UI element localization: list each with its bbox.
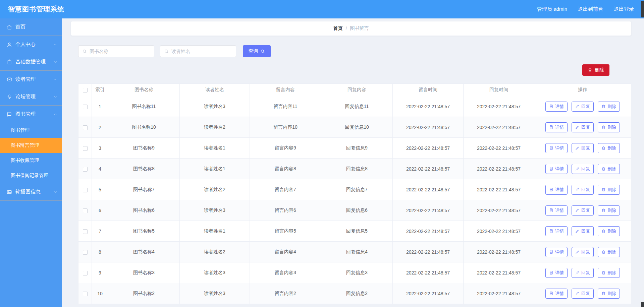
sidebar-item-personal-center[interactable]: 个人中心 xyxy=(0,36,62,53)
row-delete-button[interactable]: 删除 xyxy=(598,164,620,174)
reader-name-input[interactable] xyxy=(171,49,232,54)
detail-button[interactable]: 详情 xyxy=(545,247,568,257)
row-delete-button[interactable]: 删除 xyxy=(598,247,620,257)
sidebar-item-home[interactable]: 首页 xyxy=(0,18,62,36)
table-toolbar: 删除 xyxy=(78,64,631,76)
sidebar-item-forum-management[interactable]: 论坛管理 xyxy=(0,88,62,106)
row-checkbox[interactable] xyxy=(83,208,88,213)
cell-reply-content: 回复信息3 xyxy=(321,262,393,283)
cell-actions: 详情回复删除 xyxy=(534,138,631,159)
table-row: 3图书名称9读者姓名1留言内容9回复信息92022-02-22 21:48:57… xyxy=(78,138,631,159)
sidebar-item-book-management[interactable]: 图书管理 xyxy=(0,106,62,123)
query-button[interactable]: 查询 xyxy=(243,45,271,57)
sidebar-item-carousel-info[interactable]: 轮播图信息 xyxy=(0,183,62,201)
vertical-scrollbar-thumb[interactable] xyxy=(641,1,644,17)
cell-reply-time: 2022-02-22 21:48:57 xyxy=(464,138,534,159)
exit-to-front-link[interactable]: 退出到前台 xyxy=(578,6,603,12)
row-delete-button[interactable]: 删除 xyxy=(598,205,620,216)
row-checkbox[interactable] xyxy=(83,292,88,296)
reply-button[interactable]: 回复 xyxy=(572,164,594,174)
reply-button[interactable]: 回复 xyxy=(572,143,594,153)
trash-icon xyxy=(601,167,606,171)
cell-index: 10 xyxy=(92,283,108,304)
row-delete-button[interactable]: 删除 xyxy=(598,185,620,195)
sidebar-item-basic-data[interactable]: 基础数据管理 xyxy=(0,53,62,71)
detail-button[interactable]: 详情 xyxy=(545,185,568,195)
trash-icon xyxy=(601,270,606,275)
cell-actions: 详情回复删除 xyxy=(534,242,631,262)
cell-message-content: 留言内容4 xyxy=(250,242,321,262)
cell-actions: 详情回复删除 xyxy=(534,283,631,304)
reply-button[interactable]: 回复 xyxy=(572,268,594,278)
cell-message-time: 2022-02-22 21:48:57 xyxy=(393,283,464,304)
clipboard-icon xyxy=(7,59,12,65)
topbar-right: 管理员 admin 退出到前台 退出登录 xyxy=(537,6,634,12)
edit-icon xyxy=(575,250,580,254)
reply-button[interactable]: 回复 xyxy=(572,205,594,216)
chevron-down-icon xyxy=(53,95,57,99)
row-delete-button[interactable]: 删除 xyxy=(598,289,620,299)
cell-reader-name: 读者姓名3 xyxy=(180,96,250,117)
detail-button[interactable]: 详情 xyxy=(545,143,568,153)
edit-icon xyxy=(575,291,580,296)
top-bar: 智慧图书管理系统 管理员 admin 退出到前台 退出登录 xyxy=(0,0,644,18)
row-select-cell xyxy=(78,96,92,117)
reply-button[interactable]: 回复 xyxy=(572,247,594,257)
detail-button[interactable]: 详情 xyxy=(545,226,568,236)
sidebar-subitem-book-message-management[interactable]: 图书留言管理 xyxy=(0,138,62,153)
row-checkbox[interactable] xyxy=(83,146,88,151)
detail-button[interactable]: 详情 xyxy=(545,122,568,132)
bulk-delete-button[interactable]: 删除 xyxy=(582,64,609,76)
cell-message-content: 留言内容10 xyxy=(250,117,321,138)
reply-button[interactable]: 回复 xyxy=(572,185,594,195)
sidebar-subitem-book-borrow-record-management[interactable]: 图书借阅记录管理 xyxy=(0,168,62,183)
cell-actions: 详情回复删除 xyxy=(534,179,631,200)
row-checkbox[interactable] xyxy=(83,271,88,275)
cell-index: 8 xyxy=(92,242,108,262)
cell-reply-content: 回复信息5 xyxy=(321,221,393,242)
logout-link[interactable]: 退出登录 xyxy=(614,6,634,12)
select-all-checkbox[interactable] xyxy=(83,88,88,93)
detail-button[interactable]: 详情 xyxy=(545,268,568,278)
detail-button[interactable]: 详情 xyxy=(545,205,568,216)
col-header-message-content: 留言内容 xyxy=(250,84,321,96)
detail-button[interactable]: 详情 xyxy=(545,289,568,299)
reply-button[interactable]: 回复 xyxy=(572,102,594,112)
sidebar-item-reader-management[interactable]: 读者管理 xyxy=(0,71,62,88)
row-checkbox[interactable] xyxy=(83,229,88,234)
scrollbar-corner[interactable] xyxy=(641,302,644,307)
col-header-book-name: 图书名称 xyxy=(108,84,180,96)
cell-message-time: 2022-02-22 21:48:57 xyxy=(393,138,464,159)
cell-reply-time: 2022-02-22 21:48:57 xyxy=(464,283,534,304)
trash-icon xyxy=(601,250,606,254)
sidebar-subitem-book-collection-management[interactable]: 图书收藏管理 xyxy=(0,153,62,168)
row-checkbox[interactable] xyxy=(83,105,88,109)
sidebar-item-label: 论坛管理 xyxy=(15,94,36,100)
book-name-input[interactable] xyxy=(90,49,150,54)
trash-icon xyxy=(601,208,606,212)
edit-icon xyxy=(575,125,580,129)
row-select-cell xyxy=(78,283,92,304)
admin-user-label[interactable]: 管理员 admin xyxy=(537,6,567,12)
row-delete-button[interactable]: 删除 xyxy=(598,122,620,132)
row-checkbox[interactable] xyxy=(83,188,88,192)
sidebar-item-label: 图书管理 xyxy=(15,111,36,117)
row-delete-button[interactable]: 删除 xyxy=(598,226,620,236)
cell-book-name: 图书名称3 xyxy=(108,262,180,283)
row-delete-button[interactable]: 删除 xyxy=(598,102,620,112)
detail-button[interactable]: 详情 xyxy=(545,164,568,174)
sidebar-subitem-book-management[interactable]: 图书管理 xyxy=(0,123,62,138)
row-delete-button[interactable]: 删除 xyxy=(598,268,620,278)
row-checkbox[interactable] xyxy=(83,250,88,255)
row-checkbox[interactable] xyxy=(83,167,88,172)
row-delete-button[interactable]: 删除 xyxy=(598,143,620,153)
breadcrumb-home-link[interactable]: 首页 xyxy=(333,25,343,32)
reply-button[interactable]: 回复 xyxy=(572,226,594,236)
detail-button[interactable]: 详情 xyxy=(545,102,568,112)
row-checkbox[interactable] xyxy=(83,125,88,130)
reply-button[interactable]: 回复 xyxy=(572,122,594,132)
detail-icon xyxy=(549,291,553,296)
search-icon xyxy=(164,49,169,54)
reply-button[interactable]: 回复 xyxy=(572,289,594,299)
cell-message-content: 留言内容2 xyxy=(250,283,321,304)
